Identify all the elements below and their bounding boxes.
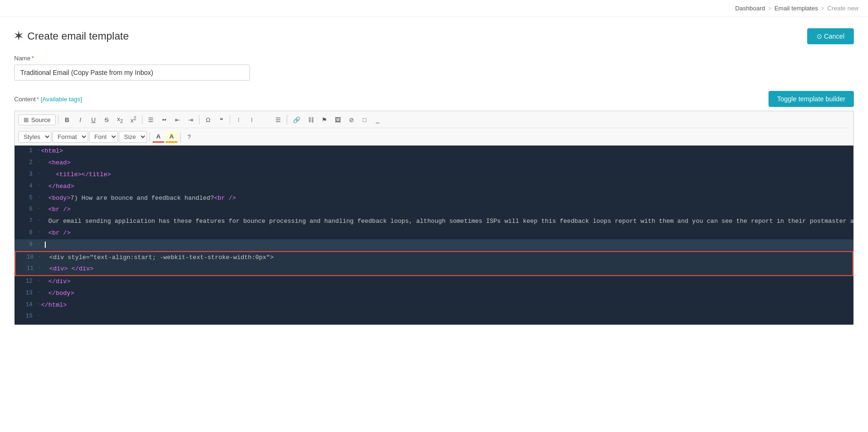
line-content [41, 239, 853, 251]
underline-button[interactable]: U [87, 114, 99, 125]
superscript-button[interactable]: x2 [127, 114, 140, 126]
code-line: 4· </head> [15, 181, 853, 193]
code-line: 8· <br /> [15, 228, 853, 239]
line-number: 8 [15, 228, 37, 237]
toolbar-sep6 [149, 132, 150, 142]
code-line: 11· <div> </div> [16, 263, 852, 275]
editor-container: ⊞ Source B I U S x2 x2 ☰ •• ⇤ ⇥ Ω [14, 111, 854, 325]
outdent-button[interactable]: ⇤ [171, 114, 183, 125]
align-right-button[interactable] [259, 114, 271, 125]
indent-button[interactable]: ⇥ [184, 114, 197, 125]
special-char-button[interactable]: Ω [202, 114, 214, 125]
available-tags-link[interactable]: [Available tags] [41, 96, 82, 103]
code-editor[interactable]: 1·<html>2· <head>3· <title></title>4· </… [15, 146, 853, 325]
hr-button[interactable]: ⎯ [372, 114, 384, 125]
line-number: 13 [15, 288, 37, 298]
align-justify-button[interactable]: ☰ [272, 114, 284, 125]
line-content: </head> [41, 181, 853, 193]
unordered-list-button[interactable]: •• [158, 114, 170, 125]
line-number: 1 [15, 146, 37, 155]
unlink-button[interactable]: ⛓ [305, 114, 317, 125]
ordered-list-button[interactable]: ☰ [145, 114, 157, 125]
page-title: Create email template [27, 30, 129, 42]
line-content: </html> [41, 300, 853, 311]
line-number: 15 [15, 311, 37, 321]
italic-button[interactable]: I [74, 114, 86, 125]
content-row: Content* [Available tags] Toggle templat… [14, 91, 854, 107]
name-label: Name* [14, 55, 854, 62]
line-content: <title></title> [41, 169, 853, 181]
line-number: 14 [15, 300, 37, 310]
line-dot: · [37, 288, 41, 296]
page-header-row: ✶ Create email template ⊙ Cancel [14, 28, 854, 44]
line-dot: · [37, 157, 41, 166]
code-line: 7· Our email sending application has the… [15, 216, 853, 228]
line-number: 12 [15, 276, 37, 286]
line-dot: · [37, 204, 41, 212]
font-color-button[interactable]: A [152, 131, 165, 143]
size-select[interactable]: Size [119, 131, 147, 143]
line-number: 2 [15, 157, 37, 167]
toggle-builder-button[interactable]: Toggle template builder [769, 91, 854, 107]
page-title-area: ✶ Create email template [14, 30, 129, 42]
toolbar-row1: ⊞ Source B I U S x2 x2 ☰ •• ⇤ ⇥ Ω [18, 114, 850, 128]
code-line: 1·<html> [15, 146, 853, 157]
toolbar-sep5 [287, 115, 287, 124]
cancel-button[interactable]: ⊙ Cancel [807, 28, 854, 44]
breadcrumb-email-templates[interactable]: Email templates [774, 5, 818, 12]
line-content: <head> [41, 157, 853, 169]
styles-select[interactable]: Styles [18, 131, 51, 143]
line-dot: · [37, 228, 41, 236]
toolbar-sep1 [58, 115, 58, 124]
line-content: <div> </div> [42, 263, 852, 275]
line-dot: · [37, 276, 41, 285]
anchor-button[interactable]: ⚑ [318, 114, 331, 125]
breadcrumb: Dashboard > Email templates > Create new [0, 0, 868, 17]
content-label: Content* [Available tags] [14, 96, 82, 103]
format-select[interactable]: Format [52, 131, 88, 143]
toolbar-sep2 [142, 115, 142, 124]
page-container: Dashboard > Email templates > Create new… [0, 0, 868, 432]
line-content: </div> [41, 276, 853, 288]
line-dot: · [37, 181, 41, 189]
align-center-button[interactable]: ⁞ [246, 114, 258, 125]
flash-button[interactable]: ⊘ [345, 114, 357, 125]
main-content: ✶ Create email template ⊙ Cancel Name* C… [0, 17, 868, 334]
bold-button[interactable]: B [61, 114, 73, 125]
toolbar-row2: Styles Format Font Size A A ? [18, 131, 195, 143]
breadcrumb-sep1: > [768, 5, 772, 12]
code-line: 2· <head> [15, 157, 853, 169]
editor-toolbar: ⊞ Source B I U S x2 x2 ☰ •• ⇤ ⇥ Ω [15, 111, 853, 146]
code-line: 6· <br /> [15, 204, 853, 216]
source-button[interactable]: ⊞ Source [18, 114, 56, 125]
name-required: * [32, 55, 34, 62]
line-content: Our email sending application has these … [41, 216, 853, 228]
source-icon: ⊞ [24, 116, 29, 123]
line-dot: · [37, 300, 41, 308]
content-required: * [37, 96, 39, 103]
image-button[interactable]: 🖼 [331, 114, 344, 125]
line-number: 7 [15, 216, 37, 226]
code-line: 12· </div> [15, 276, 853, 288]
line-content [41, 311, 853, 323]
name-input[interactable] [14, 65, 250, 81]
bg-color-button[interactable]: A [165, 131, 178, 143]
code-line: 10· <div style="text-align:start; -webki… [16, 252, 852, 264]
link-button[interactable]: 🔗 [289, 114, 304, 125]
help-button[interactable]: ? [183, 131, 195, 142]
line-number: 9 [15, 239, 37, 249]
toolbar-sep4 [230, 115, 230, 124]
subscript-button[interactable]: x2 [114, 114, 126, 126]
line-number: 4 [15, 181, 37, 191]
line-number: 5 [15, 193, 37, 203]
strikethrough-button[interactable]: S [100, 114, 113, 125]
code-line: 9· [15, 239, 853, 251]
line-content: <html> [41, 146, 853, 157]
blockquote-button[interactable]: ❝ [215, 114, 227, 125]
font-select[interactable]: Font [89, 131, 118, 143]
table-button[interactable]: □ [358, 114, 371, 125]
line-dot: · [37, 216, 41, 224]
align-left-button[interactable]: ⁝ [232, 114, 245, 125]
breadcrumb-dashboard[interactable]: Dashboard [735, 5, 765, 12]
page-title-icon: ✶ [14, 30, 23, 42]
